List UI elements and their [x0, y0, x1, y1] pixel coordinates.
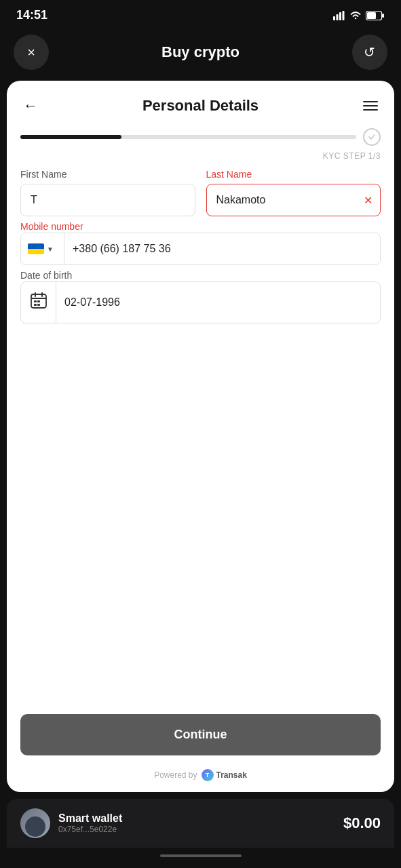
phone-number-input[interactable] [64, 233, 380, 264]
dob-input-container [20, 281, 381, 323]
refresh-icon: ↺ [364, 44, 375, 60]
calendar-icon [30, 292, 47, 313]
progress-section [7, 125, 394, 149]
wallet-avatar [20, 808, 50, 838]
home-bar [160, 854, 242, 857]
wallet-avatar-icon [25, 816, 45, 837]
mobile-section: Mobile number ▼ [20, 220, 381, 265]
svg-rect-5 [382, 14, 384, 18]
menu-icon-line2 [363, 105, 378, 106]
dob-section: Date of birth [20, 269, 381, 323]
form-section: First Name Last Name ✕ Mobile number [7, 169, 394, 703]
form-spacer [20, 328, 381, 382]
last-name-label: Last Name [206, 169, 381, 180]
card-header: ← Personal Details [7, 81, 394, 125]
menu-icon-line1 [363, 101, 378, 102]
battery-icon [366, 11, 385, 20]
progress-bar [20, 135, 356, 139]
status-icons [333, 11, 385, 20]
card-title: Personal Details [142, 97, 259, 115]
back-button[interactable]: ← [20, 94, 41, 117]
menu-button[interactable] [360, 98, 381, 113]
name-row: First Name Last Name ✕ [20, 169, 381, 216]
app-header: × Buy crypto ↺ [0, 28, 401, 81]
svg-rect-6 [367, 12, 376, 19]
svg-rect-0 [333, 16, 335, 20]
country-selector[interactable]: ▼ [21, 233, 64, 264]
home-indicator [0, 848, 401, 868]
powered-by-text: Powered by [154, 770, 197, 780]
first-name-input[interactable] [20, 184, 195, 216]
progress-fill [20, 135, 121, 139]
menu-icon-line3 [363, 109, 378, 111]
svg-rect-1 [337, 14, 339, 20]
svg-rect-14 [37, 304, 40, 306]
close-button[interactable]: × [14, 35, 49, 70]
wallet-address: 0x75ef...5e022e [58, 825, 122, 834]
svg-rect-13 [34, 304, 37, 306]
dob-input[interactable] [56, 282, 380, 323]
transak-circle-icon: T [202, 769, 214, 781]
svg-rect-12 [37, 300, 40, 302]
transak-brand: Transak [216, 770, 247, 780]
phone-input-container: ▼ [20, 233, 381, 265]
wallet-balance: $0.00 [343, 814, 381, 832]
ukraine-flag-icon [28, 243, 44, 254]
main-card: ← Personal Details KYC STEP 1/3 First Na… [7, 81, 394, 792]
last-name-input-wrapper: ✕ [206, 184, 381, 216]
header-title: Buy crypto [161, 43, 240, 61]
back-icon: ← [23, 97, 38, 114]
powered-by: Powered by T Transak [7, 764, 394, 792]
transak-logo: T Transak [202, 769, 247, 781]
wifi-icon [349, 11, 362, 20]
first-name-label: First Name [20, 169, 195, 180]
progress-check-icon [363, 128, 381, 146]
mobile-label: Mobile number [20, 221, 83, 232]
status-bar: 14:51 [0, 0, 401, 28]
svg-rect-11 [34, 300, 37, 302]
signal-icon [333, 11, 345, 20]
last-name-group: Last Name ✕ [206, 169, 381, 216]
wallet-info: Smart wallet 0x75ef...5e022e [20, 808, 122, 838]
flag-blue [28, 243, 44, 249]
country-arrow-icon: ▼ [47, 245, 54, 253]
calendar-icon-section [21, 282, 56, 323]
wallet-bar[interactable]: Smart wallet 0x75ef...5e022e $0.00 [7, 799, 394, 848]
refresh-button[interactable]: ↺ [352, 35, 387, 70]
status-time: 14:51 [16, 8, 47, 22]
wallet-name: Smart wallet [58, 812, 122, 825]
flag-yellow [28, 249, 44, 254]
last-name-clear-button[interactable]: ✕ [364, 194, 373, 207]
wallet-text: Smart wallet 0x75ef...5e022e [58, 812, 122, 834]
svg-rect-3 [343, 11, 345, 20]
close-icon: × [27, 45, 35, 60]
kyc-step: KYC STEP 1/3 [7, 149, 394, 169]
last-name-input[interactable] [206, 184, 381, 216]
dob-label: Date of birth [20, 270, 72, 281]
continue-button[interactable]: Continue [20, 714, 381, 755]
svg-rect-2 [339, 12, 341, 20]
first-name-group: First Name [20, 169, 195, 216]
